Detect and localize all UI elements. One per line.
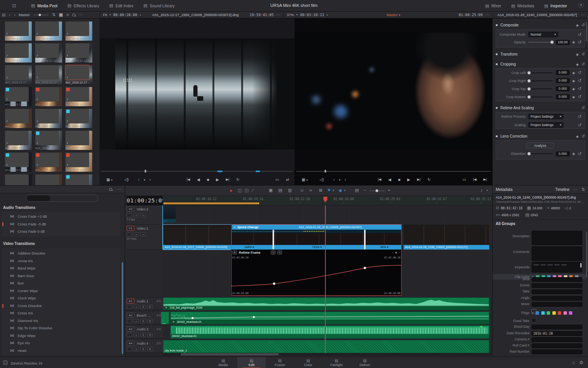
timeline-preview-frame[interactable] (295, 33, 492, 150)
auto-select-icon[interactable]: ◃▹ (134, 305, 139, 309)
reset-icon[interactable]: ↺ (581, 23, 585, 28)
marker-icon[interactable]: ◉ (339, 188, 342, 192)
page-tab[interactable]: ▤ Media (209, 357, 237, 368)
timeline-tracks[interactable]: ⟓ ♪ A14_2016-01-28_2217_C0000_[000000-00… (163, 205, 492, 353)
clip-view-icon[interactable]: ▤ (2, 13, 5, 17)
settings-gear-icon[interactable]: ⚙ (579, 360, 583, 365)
chevron-down-icon[interactable]: ▾ (344, 189, 346, 192)
source-clip-name[interactable]: A01_2015-12-17_1959_C0009_[000000-003072… (144, 13, 247, 17)
match-frame-icon[interactable]: ▭ (275, 177, 279, 182)
composite-mode-dropdown[interactable]: Normal▾ (528, 32, 558, 37)
a2-clip-small[interactable]: - C2... (161, 312, 169, 324)
zoom-out-icon[interactable]: − (364, 188, 366, 192)
position-lock-icon[interactable]: ⊠ (319, 188, 322, 192)
timeline-ruler[interactable]: 01:00:16:1201:00:19:1601:00:22:2001:00:2… (163, 196, 492, 205)
panel-toggle[interactable]: ▤ Edit Index (104, 0, 138, 12)
close-icon[interactable]: × (234, 225, 235, 229)
enable-dot[interactable] (496, 53, 498, 55)
jog-dot-icon[interactable]: ● (144, 178, 145, 181)
auto-select-icon[interactable]: ◃▹ (134, 333, 139, 337)
track-header-v1[interactable]: V1Video 1 ◃▹▭ 20 Clips (125, 225, 163, 250)
metadata-input[interactable] (532, 289, 582, 294)
media-clip[interactable]: ♪ A01_2015-12-17_2... (5, 87, 32, 106)
media-clip[interactable]: ♪ A01_2015-12-17_1... (65, 43, 92, 62)
zoom-slider[interactable] (369, 191, 385, 191)
metadata-input[interactable] (532, 343, 582, 348)
solo-button[interactable]: S (140, 319, 146, 323)
metadata-input[interactable] (532, 302, 582, 307)
playhead-timecode[interactable]: 01:00:25:09 (127, 196, 163, 205)
media-clip[interactable]: ♪ A01_2015-12-17_2... (35, 153, 62, 172)
curve-keyframe[interactable] (273, 283, 275, 285)
search-icon[interactable] (109, 188, 112, 191)
inspector-menu-icon[interactable]: ⋯ (581, 13, 585, 17)
lock-icon[interactable] (127, 213, 132, 217)
source-scrub-bar[interactable] (100, 170, 294, 172)
mute-button[interactable]: M (147, 319, 153, 323)
panel-toggle[interactable]: ▤ Inspector (539, 0, 572, 12)
source-menu-icon[interactable]: ⋯ (276, 13, 280, 17)
keyframe-icon[interactable]: ◆ (395, 251, 397, 254)
step-back-icon[interactable]: ◀ (197, 177, 200, 182)
panel-toggle[interactable]: ▤ Media Pool (26, 0, 62, 12)
effects-menu-icon[interactable]: ⋯ (117, 187, 121, 191)
jog-left-icon[interactable]: ‹ (333, 177, 335, 182)
distortion-slider[interactable] (528, 153, 553, 154)
keyframe-icon[interactable]: ◆ (576, 53, 579, 56)
comments-field[interactable] (532, 246, 582, 261)
prev-keyframe-icon[interactable]: ‹ (392, 251, 393, 254)
insert-clip-icon[interactable]: ▣ (269, 188, 273, 192)
media-clip[interactable]: ♪ A01_2015-12-17_1... (65, 21, 92, 41)
workspace-icon[interactable]: ⊡ (12, 3, 16, 8)
overwrite-clip-icon[interactable]: ▤ (278, 188, 282, 192)
v1-clip-3[interactable]: A14_2016-01-28_2155_C0003_[000000-001127… (403, 225, 489, 250)
lock-icon[interactable] (127, 232, 132, 237)
a3-clip[interactable]: 39432_bluebeat-01 (170, 325, 489, 338)
metadata-input[interactable] (532, 296, 582, 301)
speed-segment-label[interactable]: 42% ▾ (381, 245, 389, 250)
transition-item[interactable]: ⋈ Diamond Iris (2, 317, 120, 325)
effects-scrollbar[interactable] (122, 262, 123, 354)
clip-marker[interactable] (480, 325, 483, 327)
inspector-scrollbar[interactable] (586, 21, 587, 41)
media-clip[interactable]: ♪ A01_2015-12-17_2... (35, 87, 62, 106)
home-icon[interactable]: ⌂ (572, 360, 575, 365)
go-to-end-icon[interactable]: ▶| (417, 177, 420, 181)
transform-section-header[interactable]: Transform ◆ ↺ (493, 51, 588, 57)
media-clip[interactable]: ♪ A01_2015-12-17_2... (35, 174, 62, 185)
playhead-line[interactable] (325, 205, 326, 353)
auto-select-icon[interactable]: ◃▹ (134, 232, 139, 237)
media-clip[interactable]: ♪ A01_2015-12-17_2... (5, 109, 32, 128)
timeline-scrub-bar[interactable] (295, 170, 492, 172)
page-tab[interactable]: ▤ Edit (237, 357, 266, 368)
metadata-input[interactable] (532, 277, 582, 282)
list-view-icon[interactable]: ≡ (66, 13, 69, 17)
auto-select-icon[interactable]: ◃▹ (134, 213, 139, 217)
snapping-icon[interactable]: ∪ (301, 188, 304, 192)
transition-item[interactable]: ⋈ Cross Fade +3 dB (2, 213, 120, 220)
reset-icon[interactable]: ↺ (581, 105, 585, 110)
keyword-chip[interactable] (561, 264, 567, 265)
reset-icon[interactable]: ↺ (578, 151, 581, 156)
speed-change-clip[interactable]: × Speed Change A14_2016-01-28_2240_C0005… (232, 225, 402, 250)
panel-toggle[interactable]: ▤ Effects Library (62, 0, 104, 12)
retime-dropdown[interactable]: Project Settings▾ (528, 122, 564, 128)
search-icon[interactable] (72, 13, 75, 16)
selection-tool-icon[interactable]: ▲ (228, 187, 234, 193)
panel-toggle[interactable]: ▤ Mixer (480, 0, 506, 12)
play-icon[interactable]: ▶ (216, 177, 219, 182)
keyword-chip[interactable] (547, 264, 553, 265)
flag-swatch[interactable] (541, 311, 545, 315)
track-header-a3[interactable]: A3Audio 32.0 ◃▹SM (125, 325, 163, 338)
solo-button[interactable]: S (140, 347, 146, 351)
collapse-ui-icon[interactable]: ▾ (578, 3, 583, 7)
media-clip[interactable]: ♪ A01_2015-12-17_1... (5, 43, 32, 62)
go-to-start-icon[interactable]: |◀ (186, 177, 190, 181)
analyze-button[interactable]: Analyze (526, 143, 554, 148)
viewer-mode-icon[interactable]: ▦ ▾ (106, 177, 113, 182)
crop-value[interactable]: 0.000 (556, 78, 570, 83)
media-clip[interactable]: ♪ A01_2015-12-17_2... (65, 87, 92, 106)
compare-icon[interactable]: ⇄ (286, 177, 289, 182)
keyword-chip[interactable] (554, 264, 560, 265)
metadata-menu-icon[interactable]: ⋯ (573, 187, 578, 192)
